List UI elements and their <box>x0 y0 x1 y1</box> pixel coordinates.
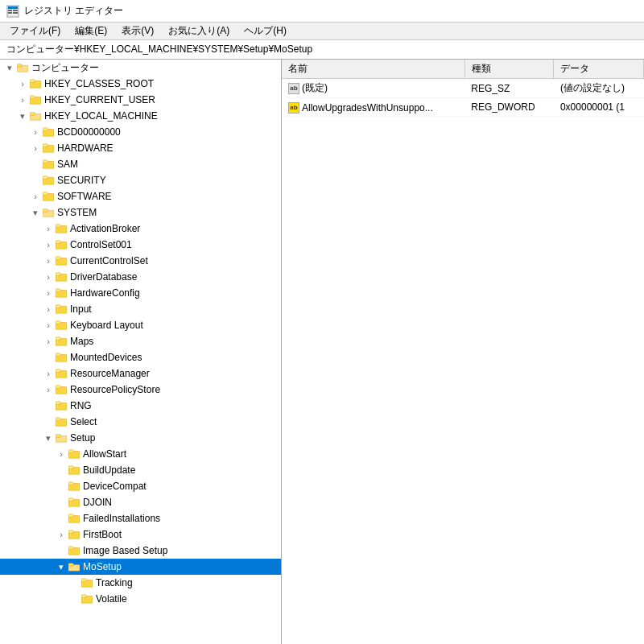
svg-rect-11 <box>30 96 35 99</box>
tree-item-activationbroker[interactable]: › ActivationBroker <box>0 221 281 237</box>
data-row-row-allowupgrades[interactable]: ab AllowUpgradesWithUnsuppo... REG_DWORD… <box>282 98 644 117</box>
tree-item-buildupdate[interactable]: BuildUpdate <box>0 462 281 478</box>
expand-btn-controlset001[interactable]: › <box>42 238 55 251</box>
tree-item-hardware[interactable]: › HARDWARE <box>0 140 281 156</box>
tree-label-rng: RNG <box>70 400 92 411</box>
tree-label-computer: コンピューター <box>31 61 99 75</box>
tree-item-resourcepolicystore[interactable]: › ResourcePolicyStore <box>0 382 281 398</box>
expand-btn-maps[interactable]: › <box>42 335 55 348</box>
svg-rect-73 <box>81 595 86 598</box>
svg-rect-45 <box>56 369 60 373</box>
expand-btn-allowstart[interactable]: › <box>55 448 68 460</box>
menu-file[interactable]: ファイル(F) <box>3 23 67 39</box>
tree-item-mounteddevices[interactable]: MountedDevices <box>0 349 281 365</box>
expand-btn-software[interactable]: › <box>29 190 42 203</box>
folder-icon-image-based-setup <box>68 544 80 557</box>
data-cell-name-row-allowupgrades: ab AllowUpgradesWithUnsuppo... <box>282 98 464 117</box>
svg-rect-71 <box>81 579 86 582</box>
folder-icon-system <box>42 206 55 219</box>
expand-btn-rng <box>42 399 55 412</box>
tree-item-software[interactable]: › SOFTWARE <box>0 188 281 204</box>
tree-label-mosetup: MoSetup <box>83 561 122 572</box>
tree-item-hardwareconfig[interactable]: › HardwareConfig <box>0 285 281 301</box>
expand-btn-hkey-classes-root[interactable]: › <box>16 77 29 90</box>
expand-btn-activationbroker[interactable]: › <box>42 222 55 235</box>
folder-icon-failedinstallations <box>68 512 80 525</box>
menu-view[interactable]: 表示(V) <box>115 23 160 39</box>
expand-btn-keyboard-layout[interactable]: › <box>42 319 55 332</box>
tree-item-mosetup[interactable]: ▾ MoSetup <box>0 559 281 575</box>
expand-btn-mosetup[interactable]: ▾ <box>55 560 68 573</box>
tree-item-bcd00000000[interactable]: › BCD00000000 <box>0 124 281 140</box>
expand-btn-devicecompat <box>55 480 68 493</box>
expand-btn-sam <box>29 158 42 171</box>
svg-rect-69 <box>68 564 73 567</box>
expand-btn-driverdatabase[interactable]: › <box>42 270 55 283</box>
tree-item-maps[interactable]: › Maps <box>0 333 281 349</box>
expand-btn-system[interactable]: ▾ <box>29 206 42 219</box>
tree-item-keyboard-layout[interactable]: › Keyboard Layout <box>0 317 281 333</box>
tree-item-rng[interactable]: RNG <box>0 398 281 414</box>
svg-rect-25 <box>43 209 47 213</box>
tree-item-devicecompat[interactable]: DeviceCompat <box>0 478 281 494</box>
folder-icon-currentcontrolset <box>55 254 68 267</box>
tree-item-controlset001[interactable]: › ControlSet001 <box>0 237 281 253</box>
tree-item-computer[interactable]: ▾ コンピューター <box>0 60 281 76</box>
tree-item-image-based-setup[interactable]: Image Based Setup <box>0 543 281 559</box>
tree-item-sam[interactable]: SAM <box>0 156 281 172</box>
tree-item-setup[interactable]: ▾ Setup <box>0 430 281 446</box>
expand-btn-select <box>42 415 55 428</box>
tree-item-hkey-classes-root[interactable]: › HKEY_CLASSES_ROOT <box>0 76 281 92</box>
tree-label-djoin: DJOIN <box>83 497 112 508</box>
tree-item-tracking[interactable]: Tracking <box>0 575 281 591</box>
address-bar: コンピューター¥HKEY_LOCAL_MACHINE¥SYSTEM¥Setup¥… <box>0 40 644 60</box>
svg-rect-65 <box>68 530 73 534</box>
expand-btn-resourcepolicystore[interactable]: › <box>42 383 55 396</box>
menu-edit[interactable]: 編集(E) <box>68 23 114 39</box>
expand-btn-computer[interactable]: ▾ <box>3 61 16 74</box>
col-name-header: 名前 <box>282 60 464 79</box>
tree-item-hkey-current-user[interactable]: › HKEY_CURRENT_USER <box>0 92 281 108</box>
folder-icon-software <box>42 190 55 203</box>
tree-item-system[interactable]: ▾ SYSTEM <box>0 204 281 221</box>
tree-item-resourcemanager[interactable]: › ResourceManager <box>0 365 281 382</box>
menu-favorites[interactable]: お気に入り(A) <box>162 23 236 39</box>
svg-rect-27 <box>56 225 60 228</box>
expand-btn-resourcemanager[interactable]: › <box>42 367 55 380</box>
tree-item-select[interactable]: Select <box>0 414 281 430</box>
tree-panel[interactable]: ▾ コンピューター› HKEY_CLASSES_ROOT› HKEY_CURRE… <box>0 60 282 644</box>
tree-label-mounteddevices: MountedDevices <box>70 352 142 363</box>
data-cell-name-row-default: ab (既定) <box>282 79 464 98</box>
expand-btn-firstboot[interactable]: › <box>55 528 68 541</box>
tree-item-allowstart[interactable]: › AllowStart <box>0 446 281 462</box>
svg-rect-31 <box>56 257 60 260</box>
tree-item-hkey-local-machine[interactable]: ▾ HKEY_LOCAL_MACHINE <box>0 108 281 124</box>
expand-btn-mounteddevices <box>42 351 55 364</box>
svg-rect-5 <box>13 12 18 14</box>
expand-btn-bcd00000000[interactable]: › <box>29 126 42 138</box>
svg-rect-21 <box>43 176 47 180</box>
expand-btn-setup[interactable]: ▾ <box>42 431 55 444</box>
address-path: コンピューター¥HKEY_LOCAL_MACHINE¥SYSTEM¥Setup¥… <box>6 43 312 56</box>
data-row-row-default[interactable]: ab (既定) REG_SZ(値の設定なし) <box>282 79 644 98</box>
data-panel: 名前 種類 データ ab (既定) REG_SZ(値の設定なし) ab Allo… <box>282 60 644 644</box>
svg-rect-7 <box>17 64 22 68</box>
expand-btn-hardwareconfig[interactable]: › <box>42 287 55 299</box>
svg-rect-41 <box>56 337 60 341</box>
tree-item-input[interactable]: › Input <box>0 301 281 317</box>
svg-rect-23 <box>43 192 47 196</box>
tree-item-djoin[interactable]: DJOIN <box>0 494 281 510</box>
expand-btn-currentcontrolset[interactable]: › <box>42 254 55 267</box>
tree-item-driverdatabase[interactable]: › DriverDatabase <box>0 269 281 285</box>
tree-item-firstboot[interactable]: › FirstBoot <box>0 526 281 543</box>
tree-item-security[interactable]: SECURITY <box>0 172 281 188</box>
expand-btn-hardware[interactable]: › <box>29 142 42 155</box>
tree-label-maps: Maps <box>70 336 93 347</box>
expand-btn-input[interactable]: › <box>42 303 55 316</box>
tree-item-currentcontrolset[interactable]: › CurrentControlSet <box>0 253 281 269</box>
tree-item-volatile[interactable]: Volatile <box>0 591 281 607</box>
menu-help[interactable]: ヘルプ(H) <box>237 23 293 39</box>
expand-btn-hkey-local-machine[interactable]: ▾ <box>16 109 29 122</box>
tree-item-failedinstallations[interactable]: FailedInstallations <box>0 510 281 526</box>
expand-btn-hkey-current-user[interactable]: › <box>16 93 29 106</box>
